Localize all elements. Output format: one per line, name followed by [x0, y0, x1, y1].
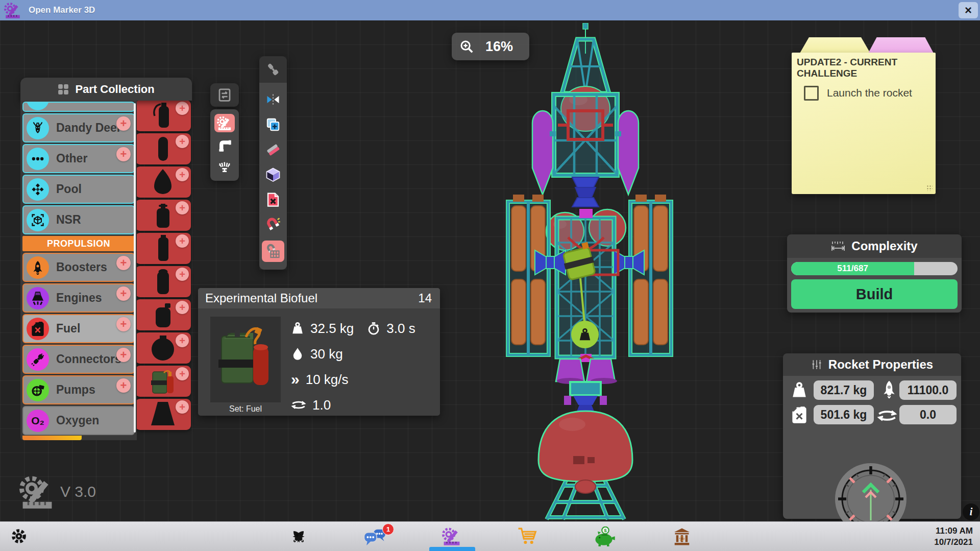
engine-icon — [27, 287, 49, 309]
cube-icon — [265, 167, 281, 182]
exchange-icon — [217, 87, 232, 103]
bank-building-button[interactable] — [673, 528, 691, 548]
spray-tool-button[interactable] — [214, 158, 235, 176]
close-button[interactable]: × — [959, 2, 978, 18]
tooltip-title: Experimental Biofuel — [205, 291, 317, 305]
category-label: Boosters — [56, 260, 107, 274]
add-badge[interactable]: + — [116, 256, 131, 270]
pipe-tool-button[interactable] — [214, 136, 235, 154]
pool-icon — [27, 178, 49, 201]
add-badge[interactable]: + — [116, 378, 131, 393]
marker-tool-button[interactable] — [214, 114, 235, 132]
connector-picker-button[interactable] — [259, 56, 287, 83]
note-resize-grip[interactable] — [926, 185, 933, 191]
droplet-icon — [291, 347, 304, 361]
zoom-level: 16% — [474, 39, 529, 55]
date-label: 10/7/2021 — [934, 537, 973, 548]
category-label: Dandy Deer — [56, 121, 121, 135]
app-logo-icon — [19, 474, 55, 510]
gear-icon — [10, 528, 28, 545]
note-tab-pink[interactable] — [868, 37, 934, 53]
category-row-partial[interactable] — [22, 102, 135, 112]
category-row-oxygen[interactable]: O₂ Oxygen — [22, 406, 135, 435]
pipe-icon — [217, 137, 232, 153]
rocket-properties-panel: Rocket Properties 821.7 kg 11100.0 501.6… — [783, 353, 961, 519]
grid-icon — [58, 84, 69, 95]
total-mass-value: 821.7 kg — [814, 380, 874, 400]
marker-tool-icon — [217, 115, 232, 131]
category-row-boosters[interactable]: Boosters + — [22, 253, 135, 282]
category-label: Engines — [56, 291, 102, 305]
complexity-panel: Complexity 511/687 Build — [787, 234, 962, 313]
add-badge[interactable]: + — [116, 317, 131, 331]
add-badge[interactable]: + — [116, 286, 131, 301]
category-row-connectors[interactable]: Connectors + — [22, 345, 135, 374]
swap-icon — [877, 405, 897, 426]
category-row-pumps[interactable]: Pumps + — [22, 375, 135, 404]
category-row-engines[interactable]: Engines + — [22, 283, 135, 313]
magnet-tool-button[interactable] — [263, 215, 283, 234]
category-label: Oxygen — [56, 414, 99, 427]
category-row-fuel[interactable]: Fuel + — [22, 314, 135, 343]
rocket-assembly[interactable] — [503, 23, 676, 521]
window-title: Open Marker 3D — [29, 5, 95, 15]
complexity-title: Complexity — [851, 239, 917, 253]
swap-panel-tool-button[interactable] — [210, 83, 239, 107]
add-badge[interactable]: + — [116, 147, 131, 161]
note-tab-yellow[interactable] — [800, 37, 870, 53]
balance-value: 0.0 — [899, 405, 957, 424]
panel-title: Part Collection — [75, 83, 154, 96]
category-row-dandy-deer[interactable]: Dandy Deer + — [22, 113, 135, 142]
category-scrollbar[interactable] — [134, 103, 136, 433]
category-row-other[interactable]: Other + — [22, 144, 135, 173]
stat-flow-rate: 10 kg/s — [306, 372, 349, 388]
clock: 11:09 AM 10/7/2021 — [934, 525, 973, 548]
shop-button[interactable] — [518, 527, 538, 548]
deer-icon — [27, 117, 49, 139]
category-row-nsr[interactable]: NSR — [22, 205, 135, 234]
oxygen-icon: O₂ — [27, 410, 49, 432]
eraser-tool-button[interactable] — [263, 140, 283, 159]
rocket-icon — [27, 256, 49, 279]
settings-button[interactable] — [10, 528, 28, 547]
complexity-progress-bar: 511/687 — [791, 262, 958, 275]
add-badge[interactable]: + — [116, 116, 131, 131]
zoom-indicator[interactable]: 16% — [452, 33, 529, 60]
eraser-icon — [265, 142, 281, 157]
panel-footer-bar — [22, 436, 82, 440]
category-label: Pool — [56, 182, 82, 196]
part-preview-image — [210, 317, 281, 402]
piggy-bank-icon: $ — [593, 526, 616, 546]
crossed-rockets-icon — [288, 526, 309, 547]
add-badge[interactable]: + — [116, 348, 131, 362]
fuel-mass-value: 501.6 kg — [814, 405, 874, 424]
snap-grid-tool-button[interactable] — [262, 241, 284, 262]
thrust-value: 11100.0 — [899, 380, 957, 400]
build-button[interactable]: Build — [791, 279, 958, 309]
fuel-can-icon — [789, 404, 810, 425]
tooltip-count: 14 — [418, 291, 432, 305]
task-checkbox[interactable] — [804, 86, 819, 101]
mirror-tool-button[interactable] — [263, 90, 283, 109]
category-row-pool[interactable]: Pool — [22, 175, 135, 204]
part-collection-header[interactable]: Part Collection — [20, 78, 192, 101]
delete-tool-button[interactable] — [263, 190, 283, 209]
builder-tab-button[interactable] — [442, 526, 461, 548]
missions-button[interactable] — [288, 526, 309, 549]
task-label: Launch the rocket — [827, 87, 912, 99]
note-title: UPDATE2 - CURRENT CHALLENGE — [797, 57, 909, 80]
stat-mass: 32.5 kg — [310, 321, 354, 337]
connector-picker-icon — [265, 62, 281, 77]
snap-grid-icon — [265, 244, 281, 259]
category-label: Other — [56, 152, 87, 165]
info-button[interactable]: i — [963, 504, 979, 520]
block-tool-button[interactable] — [263, 165, 283, 184]
duplicate-tool-button[interactable] — [263, 115, 283, 134]
challenge-note: UPDATE2 - CURRENT CHALLENGE Launch the r… — [792, 53, 936, 194]
rocket-icon — [879, 379, 899, 399]
bank-savings-button[interactable]: $ — [593, 526, 616, 548]
time-label: 11:09 AM — [934, 525, 973, 537]
taskbar: 1 $ — [0, 521, 980, 551]
fuel-can-icon — [27, 318, 49, 340]
propulsion-section-header: PROPULSION — [22, 236, 135, 251]
